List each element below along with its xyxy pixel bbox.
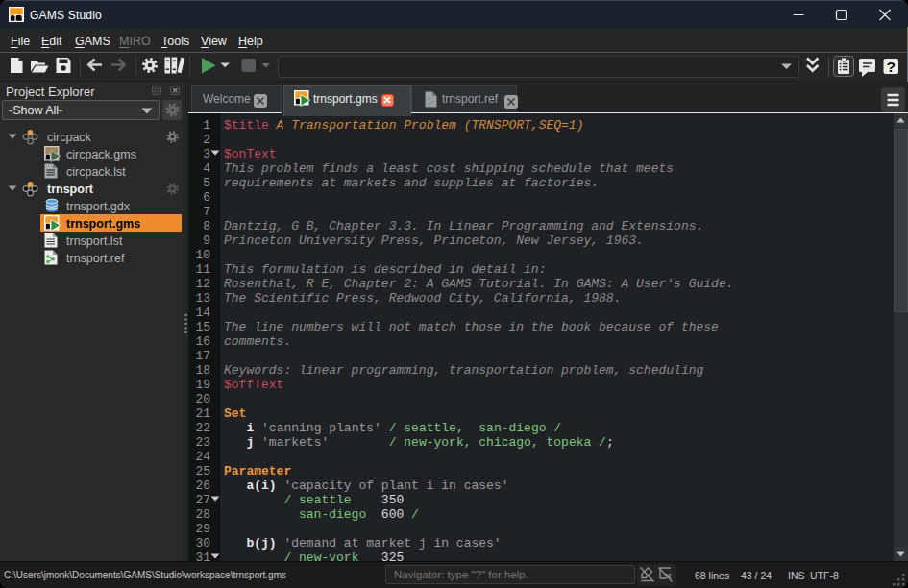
svg-text:?: ?: [886, 59, 895, 75]
